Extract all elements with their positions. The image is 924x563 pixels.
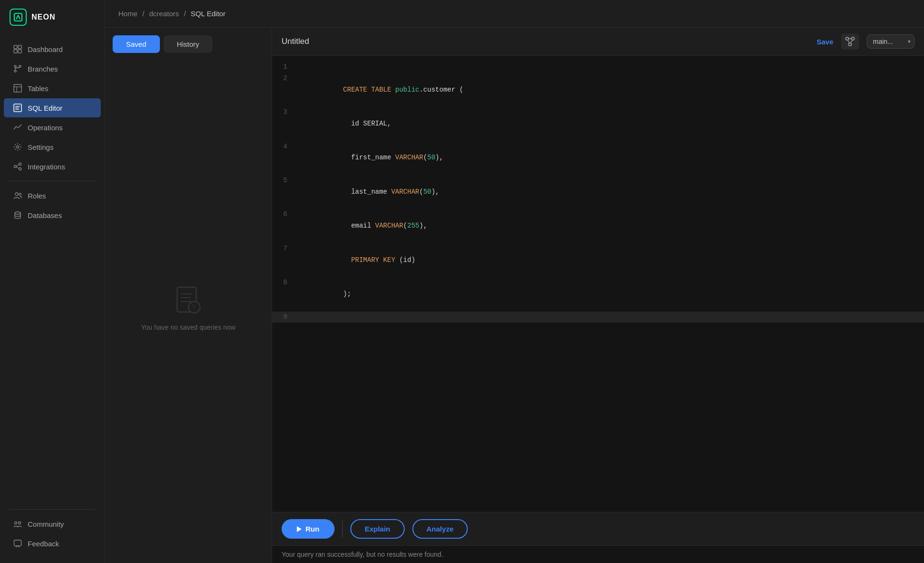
main-content: Home / dcreators / SQL Editor Saved Hist… [105, 0, 924, 563]
svg-point-21 [15, 193, 18, 196]
line-content: PRIMARY KEY (id) [295, 243, 924, 277]
operations-icon [13, 123, 22, 132]
sidebar-item-sql-editor[interactable]: SQL Editor [4, 98, 101, 117]
editor-header: Untitled Save main... [272, 28, 924, 56]
right-panel: Untitled Save main... [272, 28, 924, 563]
bottom-bar: Run Explain Analyze [272, 512, 924, 545]
tables-icon [13, 84, 22, 93]
branch-select[interactable]: main... [867, 34, 914, 49]
line-number: 6 [272, 209, 295, 220]
schema-icon-button[interactable] [841, 33, 859, 50]
sidebar-item-label: Operations [28, 124, 63, 132]
line-number: 2 [272, 73, 295, 84]
sidebar-item-label: Community [28, 520, 64, 528]
code-line-current: 9 [272, 312, 924, 323]
explain-button[interactable]: Explain [350, 519, 404, 539]
community-icon [13, 520, 22, 528]
sidebar-item-label: Tables [28, 84, 48, 93]
result-message: Your query ran successfully, but no resu… [272, 545, 924, 563]
empty-state-text: You have no saved queries now [141, 323, 236, 331]
code-line: 6 email VARCHAR(255), [272, 209, 924, 243]
left-panel: Saved History ? You have no saved querie… [105, 28, 272, 563]
logo-area: NEON [0, 0, 105, 34]
breadcrumb-project[interactable]: dcreators [149, 10, 179, 18]
svg-point-17 [19, 163, 21, 166]
sidebar-item-label: Dashboard [28, 45, 63, 53]
tab-saved[interactable]: Saved [113, 35, 160, 53]
run-button[interactable]: Run [282, 519, 335, 539]
line-content: CREATE TABLE public.customer ( [295, 73, 924, 107]
sidebar-item-label: Feedback [28, 540, 59, 548]
sidebar-item-label: Roles [28, 192, 46, 200]
sidebar-footer: Community Feedback [0, 500, 105, 563]
svg-point-34 [851, 37, 854, 40]
sidebar-item-tables[interactable]: Tables [4, 79, 101, 98]
footer-divider [10, 509, 95, 510]
logo-icon [10, 9, 27, 26]
editor-title: Untitled [282, 37, 809, 46]
sidebar-item-dashboard[interactable]: Dashboard [4, 40, 101, 59]
settings-icon [13, 143, 22, 151]
tab-bar: Saved History [105, 28, 272, 53]
sidebar-item-databases[interactable]: Databases [4, 206, 101, 225]
feedback-icon [13, 539, 22, 548]
line-number: 1 [272, 62, 295, 73]
line-number: 4 [272, 141, 295, 153]
line-number: 8 [272, 277, 295, 289]
sidebar: NEON Dashboard Branches [0, 0, 105, 563]
svg-point-35 [849, 43, 851, 46]
empty-state-icon: ? [173, 285, 204, 316]
code-editor[interactable]: 1 2 CREATE TABLE public.customer ( 3 id … [272, 56, 924, 512]
svg-point-6 [14, 70, 16, 72]
svg-point-33 [846, 37, 849, 40]
line-content: first_name VARCHAR(50), [295, 141, 924, 175]
save-button[interactable]: Save [817, 38, 833, 46]
code-line: 2 CREATE TABLE public.customer ( [272, 73, 924, 107]
svg-point-25 [19, 522, 21, 524]
sidebar-item-label: Settings [28, 143, 53, 151]
analyze-button[interactable]: Analyze [412, 519, 468, 539]
svg-line-19 [17, 165, 19, 166]
line-number: 5 [272, 175, 295, 187]
sidebar-item-integrations[interactable]: Integrations [4, 157, 101, 176]
sidebar-item-label: Integrations [28, 163, 65, 171]
sidebar-item-label: SQL Editor [28, 104, 63, 112]
sidebar-item-label: Branches [28, 65, 58, 73]
svg-point-15 [17, 146, 19, 148]
line-content [295, 312, 924, 323]
breadcrumb-home[interactable]: Home [118, 10, 137, 18]
code-line: 5 last_name VARCHAR(50), [272, 175, 924, 209]
breadcrumb: Home / dcreators / SQL Editor [105, 0, 924, 28]
svg-point-5 [14, 65, 16, 67]
nav-divider [10, 181, 95, 181]
svg-line-38 [850, 40, 852, 43]
sidebar-item-feedback[interactable]: Feedback [4, 534, 101, 553]
button-divider [342, 521, 343, 538]
svg-rect-0 [14, 13, 22, 21]
play-icon [297, 526, 302, 532]
sidebar-item-label: Databases [28, 211, 62, 219]
breadcrumb-sep1: / [142, 10, 144, 18]
integrations-icon [13, 162, 22, 171]
sidebar-item-branches[interactable]: Branches [4, 59, 101, 78]
svg-rect-26 [14, 540, 21, 546]
sidebar-item-community[interactable]: Community [4, 514, 101, 533]
svg-point-18 [19, 168, 21, 170]
svg-point-22 [19, 193, 21, 195]
sidebar-item-operations[interactable]: Operations [4, 118, 101, 137]
code-line: 4 first_name VARCHAR(50), [272, 141, 924, 175]
sidebar-item-roles[interactable]: Roles [4, 186, 101, 205]
code-line: 8 ); [272, 277, 924, 311]
sidebar-item-settings[interactable]: Settings [4, 137, 101, 156]
tab-history[interactable]: History [164, 35, 213, 53]
svg-line-20 [17, 167, 19, 168]
databases-icon [13, 211, 22, 219]
svg-rect-2 [18, 45, 21, 49]
svg-rect-3 [14, 50, 17, 53]
editor-area: Saved History ? You have no saved querie… [105, 28, 924, 563]
breadcrumb-current: SQL Editor [191, 10, 226, 18]
schema-icon [845, 36, 855, 47]
line-number: 3 [272, 107, 295, 118]
svg-line-37 [848, 40, 850, 43]
dashboard-icon [13, 45, 22, 53]
